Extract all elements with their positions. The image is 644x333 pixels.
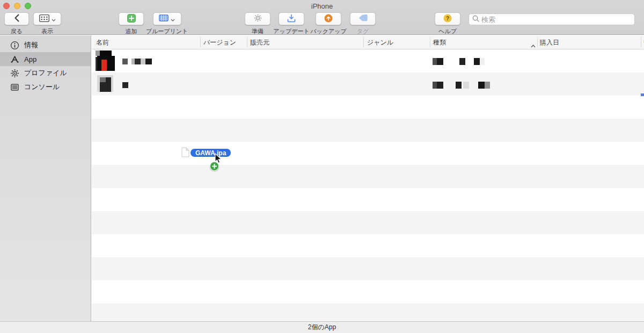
backup-label: バックアップ (310, 27, 347, 35)
back-button[interactable] (4, 12, 29, 25)
chevron-left-icon (14, 14, 20, 24)
column-header-genre[interactable]: ジャンル (367, 38, 393, 47)
column-divider (247, 37, 247, 48)
sidebar-item-label: プロファイル (24, 68, 67, 78)
upload-circle-icon (324, 14, 333, 24)
table-row[interactable] (92, 73, 644, 96)
backup-button[interactable] (316, 12, 341, 25)
dragged-file-pill: GAWA.ipa (190, 148, 231, 157)
blueprint-label: ブループリント (146, 27, 188, 35)
svg-text:?: ? (446, 15, 449, 21)
add-label: 追加 (126, 27, 137, 35)
sidebar-item-label: App (24, 55, 36, 63)
chevron-down-icon (171, 15, 175, 23)
blueprint-button[interactable] (153, 12, 181, 25)
chevron-down-icon (52, 15, 56, 23)
sidebar-item-label: 情報 (24, 40, 38, 50)
app-count-text: 2個のApp (308, 323, 336, 332)
sidebar-item-info[interactable]: 情報 (0, 38, 91, 52)
info-icon (10, 41, 19, 50)
redacted-app-icon (97, 75, 113, 92)
prepare-label: 準備 (252, 27, 264, 35)
status-bar: 2個のApp (0, 321, 644, 333)
column-header-seller[interactable]: 販売元 (250, 38, 269, 47)
drop-add-badge (210, 162, 219, 171)
column-header-name[interactable]: 名前 (96, 38, 109, 47)
back-label: 戻る (11, 27, 23, 35)
grid-view-icon (39, 15, 49, 24)
download-tray-icon (287, 14, 296, 24)
gear-icon (10, 69, 19, 78)
add-button[interactable] (119, 12, 144, 25)
sidebar-item-console[interactable]: コンソール (0, 80, 91, 94)
sidebar-item-profiles[interactable]: プロファイル (0, 66, 91, 80)
search-icon (472, 15, 479, 24)
sidebar-item-label: コンソール (24, 82, 60, 92)
tag-button[interactable] (350, 12, 376, 25)
column-header-kind[interactable]: 種類 (433, 38, 446, 47)
document-icon (181, 147, 189, 160)
search-field[interactable] (469, 13, 635, 25)
column-divider (641, 37, 641, 48)
blueprint-grid-icon (159, 15, 169, 23)
apple-configurator-window: iPhone 戻る 表示 追加 ブループリント (0, 0, 644, 333)
prepare-button[interactable] (245, 12, 270, 25)
drag-ghost: GAWA.ipa (180, 147, 250, 174)
update-button[interactable] (279, 12, 304, 25)
plus-square-icon (127, 14, 136, 24)
sidebar-item-app[interactable]: App (0, 52, 91, 66)
column-divider (363, 37, 364, 48)
sidebar: 情報 App プロファイル コンソール (0, 35, 91, 321)
scrollbar-fragment (641, 93, 644, 96)
column-header-version[interactable]: バージョン (203, 38, 236, 47)
table-header: 名前 バージョン 販売元 ジャンル 種類 購入日 リ (92, 35, 644, 49)
update-label: アップデート (273, 27, 309, 35)
window-title: iPhone (0, 2, 644, 10)
help-button[interactable]: ? (435, 12, 460, 25)
sort-ascending-icon (531, 40, 536, 50)
column-header-purchase-date[interactable]: 購入日 (540, 38, 559, 47)
table-body: GAWA.ipa (92, 49, 644, 321)
tag-label: タグ (357, 27, 369, 35)
view-label: 表示 (41, 27, 53, 35)
column-divider (430, 37, 430, 48)
column-divider (200, 37, 201, 48)
column-divider (537, 37, 538, 48)
window-chrome: iPhone 戻る 表示 追加 ブループリント (0, 0, 644, 35)
redacted-app-icon (96, 50, 116, 71)
app-list: 名前 バージョン 販売元 ジャンル 種類 購入日 リ (92, 35, 644, 321)
gear-icon (254, 14, 262, 24)
tag-icon (358, 15, 368, 23)
search-input[interactable] (481, 16, 631, 24)
view-button[interactable] (33, 12, 61, 25)
table-row[interactable] (92, 49, 644, 73)
app-store-icon (10, 55, 19, 64)
question-mark-icon: ? (443, 14, 452, 24)
help-label: ヘルプ (438, 27, 457, 35)
console-icon (10, 83, 19, 92)
